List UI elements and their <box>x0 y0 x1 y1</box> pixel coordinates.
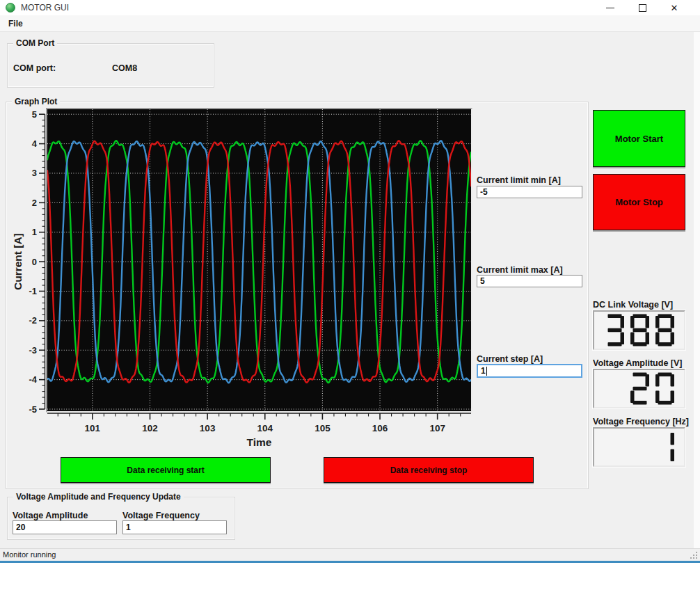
svg-text:102: 102 <box>142 423 158 433</box>
svg-text:104: 104 <box>257 423 273 433</box>
current-limit-max-input[interactable] <box>477 275 582 287</box>
data-receiving-start-label: Data receiving start <box>127 465 204 475</box>
svg-text:-2: -2 <box>29 315 37 326</box>
motor-stop-label: Motor Stop <box>615 197 663 207</box>
svg-text:Current [A]: Current [A] <box>13 233 24 290</box>
maximize-icon <box>639 4 646 12</box>
voltage-frequency-display-label: Voltage Frequency [Hz] <box>593 417 689 426</box>
com-port-group-label: COM Port <box>13 38 57 48</box>
graph-plot-group: Graph Plot -5-4-3-2-10123451011021031041… <box>6 102 589 489</box>
current-limit-min-input[interactable] <box>477 186 582 198</box>
svg-text:3: 3 <box>32 168 37 178</box>
com-port-field-label: COM port: <box>13 63 56 73</box>
menu-file[interactable]: File <box>3 17 29 31</box>
svg-text:106: 106 <box>372 423 388 433</box>
status-bar: Monitor running <box>0 548 700 561</box>
com-port-group: COM Port COM port: COM8 <box>7 43 214 88</box>
chart-canvas <box>47 109 471 411</box>
data-receiving-stop-button[interactable]: Data receiving stop <box>324 457 534 483</box>
current-step-input[interactable] <box>477 364 582 378</box>
svg-text:Time: Time <box>247 436 272 448</box>
window-title: MOTOR GUI <box>21 3 69 13</box>
svg-text:-3: -3 <box>29 345 37 356</box>
motor-start-button[interactable]: Motor Start <box>593 110 685 167</box>
maximize-button[interactable] <box>630 0 654 15</box>
motor-stop-button[interactable]: Motor Stop <box>593 174 685 230</box>
svg-text:0: 0 <box>32 257 37 267</box>
voltage-amplitude-display-label: Voltage Amplitude [V] <box>593 358 682 368</box>
dc-link-voltage-display <box>593 310 685 350</box>
com-port-value: COM8 <box>112 63 137 73</box>
svg-text:4: 4 <box>32 138 38 149</box>
current-step-label: Current step [A] <box>477 354 543 364</box>
svg-text:5: 5 <box>32 109 37 120</box>
caption-area: www.cntronics.com Figure 2. Graphical us… <box>0 563 700 590</box>
window-right-edge <box>694 32 700 548</box>
voltage-amplitude-input[interactable] <box>13 520 117 534</box>
voltage-frequency-input-label: Voltage Frequency <box>122 511 200 520</box>
voltage-update-group-label: Voltage Amplitude and Frequency Update <box>13 492 184 502</box>
current-limit-max-label: Current limit max [A] <box>477 265 563 275</box>
voltage-frequency-input[interactable] <box>122 520 227 534</box>
data-receiving-start-button[interactable]: Data receiving start <box>61 457 271 483</box>
voltage-frequency-display <box>593 427 685 467</box>
menu-bar: File <box>0 15 700 32</box>
app-icon <box>6 3 15 13</box>
svg-text:1: 1 <box>32 227 37 237</box>
svg-text:-4: -4 <box>29 374 37 385</box>
minimize-icon <box>606 8 614 8</box>
title-bar: MOTOR GUI ✕ <box>0 0 700 15</box>
current-limit-min-label: Current limit min [A] <box>477 175 561 185</box>
voltage-amplitude-display <box>593 369 685 408</box>
motor-start-label: Motor Start <box>615 134 663 144</box>
resize-grip-icon[interactable] <box>690 552 698 559</box>
svg-text:101: 101 <box>85 423 101 433</box>
dc-link-voltage-label: DC Link Voltage [V] <box>593 300 673 310</box>
svg-text:-1: -1 <box>29 286 37 296</box>
minimize-button[interactable] <box>598 0 622 15</box>
close-button[interactable]: ✕ <box>662 0 686 15</box>
svg-text:103: 103 <box>200 423 216 433</box>
voltage-update-group: Voltage Amplitude and Frequency Update V… <box>7 497 235 540</box>
svg-text:-5: -5 <box>29 404 37 415</box>
data-receiving-stop-label: Data receiving stop <box>390 465 468 475</box>
close-icon: ✕ <box>671 3 678 13</box>
svg-text:105: 105 <box>315 423 331 433</box>
voltage-amplitude-input-label: Voltage Amplitude <box>13 511 88 520</box>
chart-plot-area <box>46 108 472 413</box>
svg-text:2: 2 <box>32 198 37 208</box>
status-text: Monitor running <box>3 550 56 559</box>
svg-text:107: 107 <box>429 423 445 433</box>
text-cursor <box>486 367 487 376</box>
